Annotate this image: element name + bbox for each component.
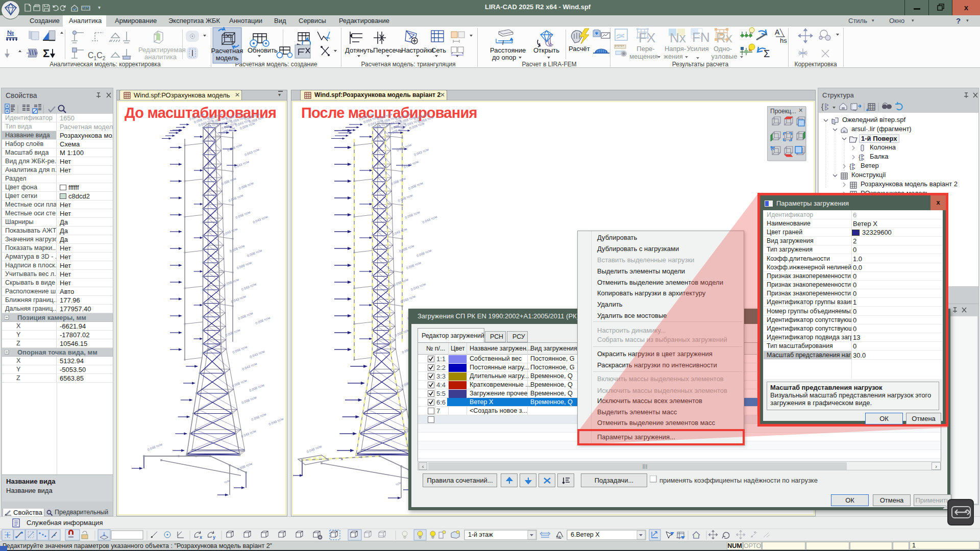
svg-text:0.043 тс/м: 0.043 тс/м [422,215,437,224]
svg-text:0.008 тс/м: 0.008 тс/м [237,311,253,320]
svg-text:0.043 тс/м: 0.043 тс/м [403,160,419,169]
svg-text:0.043 тс/м: 0.043 тс/м [241,282,257,291]
svg-text:тс/м: тс/м [395,481,402,486]
svg-text:Напря-: Напря- [665,45,686,53]
svg-text:0.058 тс/м: 0.058 тс/м [235,210,251,219]
svg-text:Σ: Σ [764,48,770,59]
svg-text:0.008 тс/м: 0.008 тс/м [247,248,262,258]
svg-text:аналитика: аналитика [144,53,177,61]
svg-text:0.008 тс/м: 0.008 тс/м [416,248,432,258]
svg-text:0.043 тс/м: 0.043 тс/м [241,362,257,371]
svg-text:{: { [859,153,861,161]
svg-text:тс/м: тс/м [224,479,230,484]
svg-text:0.043 тс/м: 0.043 тс/м [244,147,260,157]
svg-text:0.043 тс/м: 0.043 тс/м [391,227,407,236]
svg-text:0.048 тс/м: 0.048 тс/м [147,442,163,452]
svg-text:Пере-: Пере- [636,45,654,53]
svg-text:0.008 тс/м: 0.008 тс/м [255,316,271,325]
svg-text:0.008 тс/м: 0.008 тс/м [390,177,406,186]
svg-text:узловые: узловые [712,53,738,60]
svg-text:мещения: мещения [629,53,657,60]
svg-text:до опор: до опор [492,54,516,61]
svg-text:{: { [849,162,852,170]
svg-text:0.008 тс/м: 0.008 тс/м [231,379,247,388]
svg-text:0.058 тс/м: 0.058 тс/м [404,210,420,219]
svg-text:Редактируемая: Редактируемая [138,46,186,54]
svg-text:№: № [556,535,561,540]
svg-text:0.058 тс/м: 0.058 тс/м [396,143,412,152]
svg-text:Настройки: Настройки [401,46,434,54]
svg-text:x: x [200,535,202,540]
svg-text:0.043 тс/м: 0.043 тс/м [268,417,284,426]
svg-text:0.008 тс/м: 0.008 тс/м [249,383,264,392]
svg-text:Усилия: Усилия [687,45,708,53]
svg-text:0.008 тс/м: 0.008 тс/м [241,395,257,405]
svg-text:A: A [775,28,780,36]
svg-text:{: { [821,103,824,111]
svg-text:жения: жения [664,53,682,60]
svg-text:0.058 тс/м: 0.058 тс/м [227,143,242,152]
svg-text:0.043 тс/м: 0.043 тс/м [410,282,426,291]
svg-text:0.043 тс/м: 0.043 тс/м [249,349,265,359]
svg-text:Открыть: Открыть [533,46,559,54]
svg-text:0.008 тс/м: 0.008 тс/м [408,181,424,190]
svg-text:0.043 тс/м: 0.043 тс/м [252,215,268,224]
svg-text:hs: hs [780,37,787,44]
svg-text:Сеть: Сеть [431,46,446,54]
svg-text:№: № [7,29,14,36]
svg-text:1-й этаж: 1-й этаж [468,531,493,538]
svg-text:6.Ветер X: 6.Ветер X [571,531,600,538]
svg-text:0.008 тс/м: 0.008 тс/м [399,244,414,253]
svg-text:Пересечь: Пересечь [373,46,403,54]
svg-text:0.058 тс/м: 0.058 тс/м [251,412,266,421]
svg-text:0.008 тс/м: 0.008 тс/м [397,193,413,203]
svg-text:FN: FN [692,30,710,45]
svg-text:0.058 тс/м: 0.058 тс/м [393,278,409,287]
svg-text:0.043 тс/м: 0.043 тс/м [234,160,250,169]
svg-text:Обновить: Обновить [248,46,278,54]
svg-text:0.058 тс/м: 0.058 тс/м [232,345,248,354]
svg-text:y: y [213,535,215,540]
svg-text:0.043 тс/м: 0.043 тс/м [413,147,429,157]
svg-text:0.008 тс/м: 0.008 тс/м [237,462,253,471]
svg-text:FX: FX [639,30,655,45]
svg-text:0.058 тс/м: 0.058 тс/м [224,278,239,287]
svg-text:Расстояние: Расстояние [490,46,526,54]
svg-text:0.043 тс/м: 0.043 тс/м [222,227,238,236]
svg-text:C1C2: C1C2 [88,51,106,61]
svg-text:Rx: Rx [716,30,732,45]
svg-text:0.008 тс/м: 0.008 тс/м [236,261,252,270]
svg-text:модель: модель [216,54,239,62]
svg-text:Nx: Nx [670,30,686,45]
svg-text:0.008 тс/м: 0.008 тс/м [221,177,237,186]
svg-text:0.008 тс/м: 0.008 тс/м [406,261,422,270]
svg-text:0.008 тс/м: 0.008 тс/м [228,193,243,203]
svg-text:l: l [502,39,504,46]
svg-text:Расчёт: Расчёт [569,45,590,53]
svg-text:Σ: Σ [43,47,50,60]
svg-text:0.008 тс/м: 0.008 тс/м [238,181,254,190]
svg-text:Расчетная: Расчетная [211,47,243,55]
svg-text:Одно-: Одно- [714,45,732,53]
svg-text:0.008 тс/м: 0.008 тс/м [229,244,245,253]
svg-text:0.048 тс/м: 0.048 тс/м [306,444,322,454]
svg-text:0.043 тс/м: 0.043 тс/м [240,429,256,438]
svg-text:Дотянуть: Дотянуть [345,46,374,54]
